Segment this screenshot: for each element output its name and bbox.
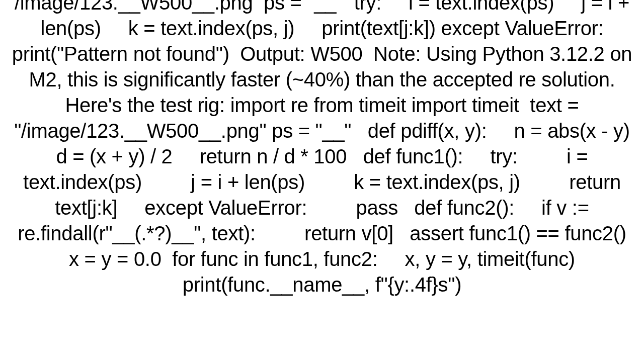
document-text: /image/123.__W500__.png ps = "__" try: i… bbox=[0, 0, 644, 298]
